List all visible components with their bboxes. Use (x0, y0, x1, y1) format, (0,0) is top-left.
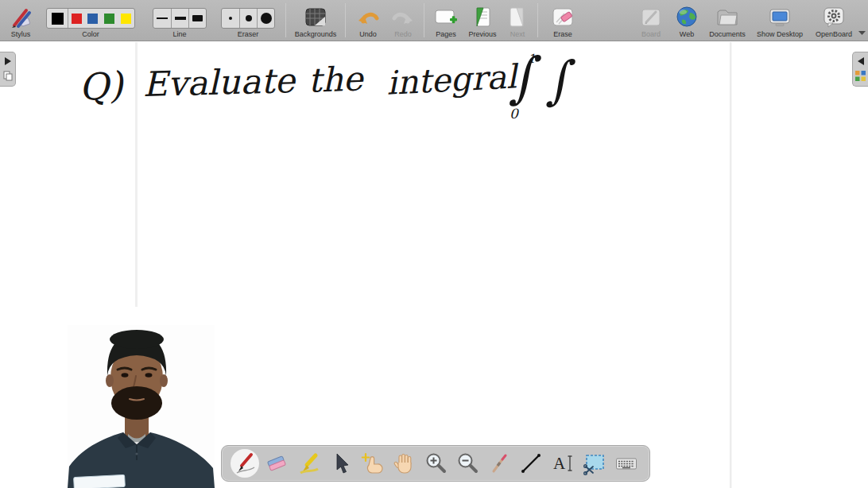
right-panel-tab-library[interactable] (852, 52, 868, 87)
eye (145, 373, 153, 378)
capture-tool-button[interactable] (582, 451, 607, 476)
ink-lower-bound: 0 (510, 106, 519, 122)
openboard-menu-button[interactable]: OpenBoard (809, 0, 858, 41)
eraser-medium[interactable] (239, 9, 257, 28)
erase-label: Erase (553, 30, 572, 38)
line-thin-glyph (157, 17, 168, 19)
pages-button[interactable]: Pages (428, 0, 463, 41)
eraser-tool-button[interactable] (264, 451, 289, 476)
webcam-overlay (68, 325, 215, 488)
stylus-toolbar: A (221, 445, 650, 482)
redo-label: Redo (394, 30, 412, 38)
line-thick[interactable] (188, 9, 206, 28)
undo-label: Undo (359, 30, 377, 38)
eraser-small[interactable] (222, 9, 239, 28)
page-margin-line (135, 42, 138, 307)
backgrounds-icon (304, 5, 327, 30)
ink-upper-bound: 1 (528, 52, 536, 66)
erase-icon (551, 5, 575, 30)
eraser-label: Eraser (238, 30, 259, 38)
color-swatch-green[interactable] (101, 9, 118, 28)
hand-tool-button[interactable] (391, 451, 417, 476)
line-icon (519, 451, 543, 475)
text-tool-button[interactable]: A (550, 451, 575, 476)
shirt-button (135, 452, 138, 455)
person-ear (106, 374, 114, 387)
previous-page-icon (471, 5, 494, 30)
eraser-large-glyph (261, 13, 272, 24)
ink-question-label: Q) (77, 63, 126, 109)
library-icon (855, 71, 866, 81)
selector-tool-button[interactable] (327, 451, 353, 476)
pages-label: Pages (436, 30, 456, 38)
highlighter-tool-button[interactable] (296, 451, 321, 476)
ink-integral-sign: ∫ (541, 49, 580, 110)
swatch-green (104, 14, 114, 24)
pen-tool-button[interactable] (232, 451, 258, 476)
show-desktop-monitor-icon (768, 5, 792, 30)
eye (122, 373, 129, 378)
line-medium[interactable] (171, 9, 188, 28)
page-navigator-icon (3, 71, 13, 81)
documents-folder-icon (715, 5, 739, 30)
gear-icon (822, 5, 846, 30)
eraser-group: Eraser (221, 0, 275, 41)
line-thin[interactable] (153, 9, 171, 28)
toolbar-overflow-arrow[interactable] (858, 24, 866, 38)
web-button[interactable]: Web (671, 0, 703, 41)
openboard-label: OpenBoard (816, 30, 852, 38)
previous-label: Previous (468, 30, 496, 38)
show-desktop-button[interactable]: Show Desktop (752, 0, 808, 41)
color-swatch-red[interactable] (68, 9, 84, 28)
pen-icon (233, 451, 257, 475)
eraser-small-glyph (229, 17, 232, 20)
toolbar-separator (537, 3, 538, 37)
stylus-button[interactable]: Stylus (5, 0, 37, 41)
swatch-red (72, 14, 82, 24)
pan-hand-icon (392, 451, 416, 475)
capture-icon (583, 451, 606, 475)
eraser-medium-glyph (246, 15, 252, 21)
ink-word: the (308, 59, 366, 99)
line-group: Line (153, 0, 207, 41)
text-tool-letter: A (553, 454, 566, 473)
board-button[interactable]: Board (633, 0, 669, 41)
highlighter-icon (296, 451, 320, 475)
zoom-out-tool-button[interactable] (455, 451, 480, 476)
eraser-icon (265, 451, 289, 475)
toolbar-left-group: Stylus Color Line (0, 0, 583, 41)
undo-button[interactable]: Undo (350, 0, 386, 41)
whiteboard-canvas[interactable]: Q) Evaluate the integral ∫ 1 0 ∫ (0, 42, 868, 488)
next-label: Next (510, 30, 525, 38)
interact-hand-icon (360, 451, 384, 475)
color-swatch-yellow[interactable] (118, 9, 134, 28)
zoom-in-tool-button[interactable] (423, 451, 448, 476)
web-globe-icon (676, 5, 698, 30)
backgrounds-button[interactable]: Backgrounds (290, 0, 341, 41)
top-toolbar: Stylus Color Line (0, 0, 868, 41)
redo-button[interactable]: Redo (386, 0, 420, 41)
color-swatch-blue[interactable] (84, 9, 101, 28)
eraser-size-box (221, 8, 275, 29)
backgrounds-label: Backgrounds (295, 30, 337, 38)
interact-tool-button[interactable] (359, 451, 385, 476)
keyboard-tool-button[interactable] (614, 451, 639, 476)
laser-pointer-tool-button[interactable] (486, 451, 512, 476)
eraser-large[interactable] (257, 9, 274, 28)
swatch-yellow (121, 14, 131, 24)
erase-button[interactable]: Erase (542, 0, 583, 41)
toolbar-separator (345, 3, 346, 37)
line-tool-button[interactable] (518, 451, 544, 476)
openboard-window: Stylus Color Line (0, 0, 868, 488)
documents-label: Documents (709, 30, 746, 38)
line-width-box (153, 8, 207, 29)
color-swatch-black[interactable] (47, 9, 68, 28)
pages-icon (434, 5, 458, 30)
next-button[interactable]: Next (502, 0, 533, 41)
left-panel-tab-page-navigator[interactable] (0, 52, 16, 87)
person-ear (160, 374, 168, 387)
documents-button[interactable]: Documents (704, 0, 750, 41)
previous-button[interactable]: Previous (463, 0, 502, 41)
zoom-in-icon (424, 451, 448, 475)
stylus-label: Stylus (11, 30, 31, 38)
